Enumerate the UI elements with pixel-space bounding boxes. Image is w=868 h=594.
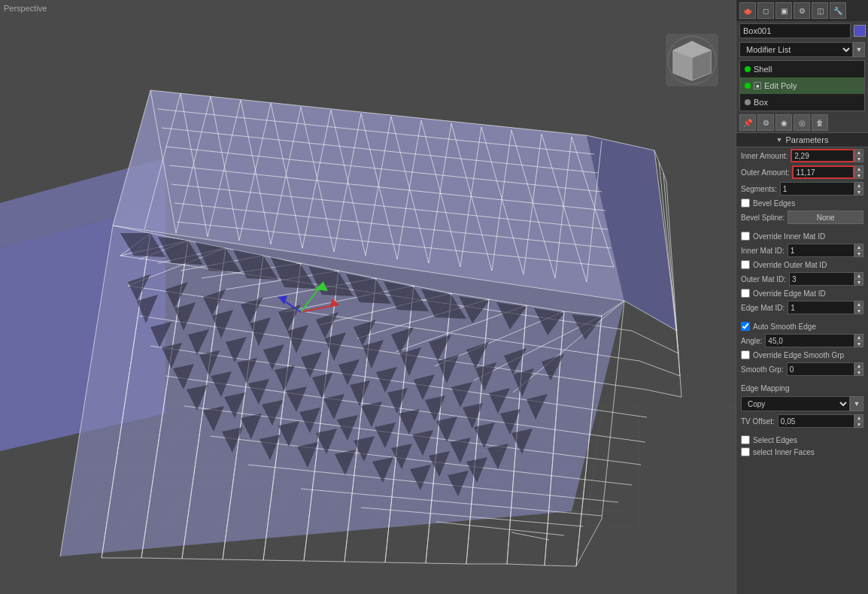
modifier-editpoly-vis: ■ — [754, 82, 761, 89]
object-color-swatch[interactable] — [854, 25, 866, 37]
modifier-editpoly-label: Edit Poly — [764, 81, 797, 90]
angle-label: Angle: — [741, 337, 762, 345]
settings-icon[interactable]: ⚙ — [794, 2, 810, 19]
stack-buttons: 📌 ⚙ ◉ ◎ 🗑 — [736, 113, 868, 132]
angle-spinner[interactable]: ▲ ▼ — [854, 334, 863, 347]
angle-row: Angle: ▲ ▼ — [736, 332, 868, 349]
outer-mat-id-row: Outer Mat ID: ▲ ▼ — [736, 271, 868, 287]
inner-mat-id-spinner[interactable]: ▲ ▼ — [854, 244, 863, 257]
modifier-shell-label: Shell — [754, 65, 772, 74]
modifier-box-light — [745, 99, 751, 105]
override-outer-mat-checkbox[interactable] — [741, 260, 750, 269]
outer-mat-id-spinner[interactable]: ▲ ▼ — [854, 272, 863, 286]
inner-mat-id-row: Inner Mat ID: ▲ ▼ — [736, 242, 868, 259]
parameters-title: Parameters — [786, 135, 829, 144]
tv-offset-input-group: ▲ ▼ — [778, 414, 863, 428]
override-edge-smooth-checkbox[interactable] — [741, 350, 750, 359]
pin-button[interactable]: 📌 — [739, 114, 756, 131]
tv-offset-down[interactable]: ▼ — [854, 421, 863, 428]
bevel-edges-checkbox[interactable] — [741, 199, 750, 208]
edge-mat-id-down[interactable]: ▼ — [854, 308, 863, 314]
render-icon[interactable]: ▣ — [775, 2, 792, 19]
modifier-item-shell[interactable]: Shell — [740, 61, 864, 77]
smooth-grp-up[interactable]: ▲ — [854, 362, 863, 369]
override-inner-mat-checkbox[interactable] — [741, 232, 750, 241]
auto-smooth-edge-check: Auto Smooth Edge — [736, 320, 868, 332]
modifier-list-dropdown[interactable]: ▼ — [853, 42, 865, 57]
auto-smooth-edge-checkbox[interactable] — [741, 322, 750, 331]
outer-amount-spinner[interactable]: ▲ ▼ — [854, 165, 863, 179]
outer-amount-label: Outer Amount: — [741, 168, 789, 177]
select-edges-check: Select Edges — [736, 434, 868, 446]
inner-mat-id-down[interactable]: ▼ — [854, 250, 863, 257]
tv-offset-up[interactable]: ▲ — [854, 414, 863, 421]
outer-amount-input[interactable] — [792, 165, 854, 179]
smooth-grp-down[interactable]: ▼ — [854, 369, 863, 376]
angle-input-group: ▲ ▼ — [765, 334, 863, 347]
tv-offset-row: TV Offset: ▲ ▼ — [736, 413, 868, 429]
angle-input[interactable] — [765, 334, 854, 347]
camera-icon[interactable]: ◻ — [757, 2, 774, 19]
utility-icon[interactable]: 🔧 — [830, 2, 846, 19]
smooth-grp-input[interactable] — [787, 362, 854, 376]
inner-mat-id-input[interactable] — [788, 244, 854, 257]
parameters-section-header[interactable]: ▼ Parameters — [736, 132, 868, 147]
select-inner-faces-label: select Inner Faces — [753, 448, 815, 456]
remove-modifier-button[interactable]: 🗑 — [812, 114, 828, 131]
modifier-item-box[interactable]: Box — [740, 94, 864, 111]
object-name-input[interactable] — [739, 23, 851, 38]
modifier-item-editpoly[interactable]: ■ Edit Poly — [740, 77, 864, 94]
smooth-grp-spinner[interactable]: ▲ ▼ — [854, 362, 863, 376]
segments-spinner[interactable]: ▲ ▼ — [854, 182, 863, 195]
tv-offset-spinner[interactable]: ▲ ▼ — [854, 414, 863, 428]
override-edge-mat-checkbox[interactable] — [741, 289, 750, 298]
override-edge-mat-label: Override Edge Mat ID — [753, 289, 826, 298]
outer-mat-id-input[interactable] — [789, 272, 854, 286]
modifier-stack: Shell ■ Edit Poly Box — [739, 60, 865, 111]
edge-mapping-title: Edge Mapping — [741, 384, 790, 392]
show-icon[interactable]: ◫ — [812, 2, 828, 19]
outer-mat-id-down[interactable]: ▼ — [854, 279, 863, 286]
modifier-list-select[interactable]: Modifier List — [739, 42, 853, 57]
outer-mat-id-label: Outer Mat ID: — [741, 275, 786, 283]
edge-mat-id-label: Edge Mat ID: — [741, 304, 785, 312]
viewport[interactable]: Perspective — [0, 0, 736, 594]
right-panel: 🫖 ◻ ▣ ⚙ ◫ 🔧 Modifier List ▼ Shell ■ Edit… — [736, 0, 868, 594]
auto-smooth-edge-label: Auto Smooth Edge — [753, 323, 816, 331]
segments-down[interactable]: ▼ — [854, 189, 863, 195]
inner-amount-row: Inner Amount: ▲ ▼ — [736, 147, 868, 164]
edge-mat-id-input[interactable] — [788, 301, 854, 314]
select-inner-faces-checkbox[interactable] — [741, 447, 750, 456]
segments-input[interactable] — [780, 182, 854, 195]
outer-amount-down[interactable]: ▼ — [854, 172, 863, 179]
copy-select[interactable]: Copy — [741, 396, 850, 411]
show-end-button[interactable]: ◎ — [794, 114, 810, 131]
edge-mat-id-up[interactable]: ▲ — [854, 301, 863, 308]
select-edges-checkbox[interactable] — [741, 435, 750, 444]
segments-up[interactable]: ▲ — [854, 182, 863, 189]
inner-amount-input[interactable] — [791, 149, 854, 162]
teapot-icon[interactable]: 🫖 — [739, 2, 756, 19]
smooth-grp-input-group: ▲ ▼ — [787, 362, 863, 376]
angle-up[interactable]: ▲ — [854, 334, 863, 341]
modifier-active-light — [745, 66, 751, 72]
inner-mat-id-label: Inner Mat ID: — [741, 247, 785, 255]
inner-amount-down[interactable]: ▼ — [854, 156, 863, 162]
bevel-edges-check: Bevel Edges — [736, 197, 868, 209]
inner-amount-spinner[interactable]: ▲ ▼ — [854, 149, 863, 162]
outer-mat-id-up[interactable]: ▲ — [854, 272, 863, 279]
tv-offset-input[interactable] — [778, 414, 854, 428]
bevel-spline-button[interactable]: None — [788, 211, 863, 224]
outer-amount-up[interactable]: ▲ — [854, 165, 863, 172]
bevel-spline-row: Bevel Spline: None — [736, 209, 868, 226]
config-button[interactable]: ⚙ — [757, 114, 774, 131]
inner-mat-id-up[interactable]: ▲ — [854, 244, 863, 250]
override-edge-smooth-label: Override Edge Smooth Grp — [753, 351, 844, 359]
edge-mat-id-spinner[interactable]: ▲ ▼ — [854, 301, 863, 314]
show-result-button[interactable]: ◉ — [775, 114, 792, 131]
modifier-box-label: Box — [754, 98, 768, 107]
inner-amount-up[interactable]: ▲ — [854, 149, 863, 156]
angle-down[interactable]: ▼ — [854, 341, 863, 347]
inner-amount-input-group: ▲ ▼ — [791, 149, 863, 162]
copy-dropdown-arrow[interactable]: ▼ — [850, 396, 863, 411]
